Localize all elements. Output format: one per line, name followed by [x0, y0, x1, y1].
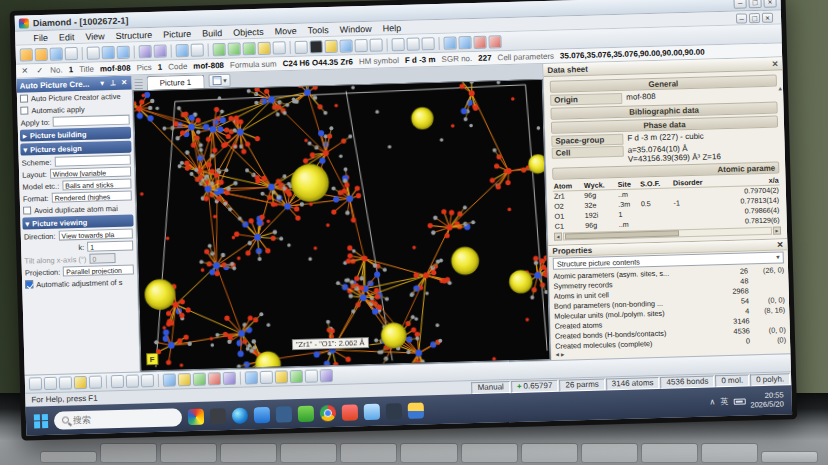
windows-start-icon[interactable] — [34, 414, 48, 428]
battery-icon[interactable] — [733, 398, 745, 404]
taskbar-folder-icon[interactable] — [210, 408, 226, 424]
destroy-icon[interactable] — [208, 372, 221, 385]
picture-settings-icon[interactable] — [243, 42, 256, 55]
panel-menu-icon[interactable]: ▾ — [97, 79, 106, 87]
complete-fragments-icon[interactable] — [193, 373, 206, 386]
menu-help[interactable]: Help — [383, 22, 402, 33]
direction-select[interactable]: View towards pla — [58, 229, 133, 241]
taskbar-diamond-icon[interactable] — [188, 408, 204, 424]
tilt-input[interactable]: 0 — [89, 253, 115, 264]
search-input[interactable] — [73, 412, 163, 425]
add-bonds-icon[interactable] — [178, 373, 191, 386]
table-view-icon[interactable] — [294, 40, 307, 53]
add-atoms-icon[interactable] — [163, 373, 176, 386]
pin-icon[interactable]: ⊥ — [108, 79, 117, 87]
measure-distance-icon[interactable] — [111, 375, 124, 388]
menu-tools[interactable]: Tools — [308, 25, 329, 36]
measure-angle-icon[interactable] — [126, 374, 139, 387]
tab-grip-handle[interactable] — [135, 79, 143, 89]
zoom-mode-icon[interactable] — [74, 376, 87, 389]
grow-icon[interactable] — [290, 370, 303, 383]
pack-cell-icon[interactable] — [260, 371, 273, 384]
folder-icon[interactable] — [324, 39, 337, 52]
scrollbar-thumb[interactable] — [565, 230, 679, 239]
cut-icon[interactable] — [87, 46, 100, 59]
doc-close-button[interactable]: × — [762, 12, 773, 22]
taskbar-chat-icon[interactable] — [386, 403, 402, 419]
undo-icon[interactable] — [139, 44, 152, 57]
picture-window-icon[interactable] — [228, 42, 241, 55]
new-picture-icon[interactable] — [213, 42, 226, 55]
taskbar-chrome-icon[interactable] — [320, 404, 336, 420]
zoom-in-icon[interactable] — [354, 38, 367, 51]
minimize-button[interactable]: – — [733, 0, 746, 9]
scroll-right-icon[interactable]: ▸ — [773, 226, 781, 234]
apply-to-input[interactable] — [53, 115, 130, 127]
model-select[interactable]: Balls and sticks — [62, 179, 132, 191]
print-icon[interactable] — [65, 47, 78, 60]
menu-picture[interactable]: Picture — [163, 28, 191, 39]
zoom-out-icon[interactable] — [369, 38, 382, 51]
properties-close-icon[interactable]: ✕ — [777, 240, 784, 249]
menu-file[interactable]: File — [33, 32, 48, 42]
panel-close-icon[interactable]: ✕ — [119, 79, 128, 87]
select-pointer-icon[interactable] — [29, 377, 42, 390]
cell-edges-icon[interactable] — [245, 371, 258, 384]
menu-build[interactable]: Build — [202, 27, 222, 38]
avoid-duplicate-checkbox[interactable] — [23, 206, 31, 214]
menu-edit[interactable]: Edit — [59, 32, 75, 42]
spacegroup-legend-icon[interactable]: F — [146, 353, 158, 365]
automatic-apply-checkbox[interactable] — [20, 106, 28, 114]
refresh-icon[interactable] — [176, 43, 189, 56]
page-right-icon[interactable]: ▸ — [561, 351, 565, 358]
preview-icon[interactable] — [458, 36, 471, 49]
section-picture-building[interactable]: ▸ Picture building — [20, 127, 131, 142]
window-1-icon[interactable] — [391, 37, 404, 50]
pen-icon[interactable] — [473, 35, 486, 48]
copy-icon[interactable] — [102, 46, 115, 59]
page-left-icon[interactable]: ◂ — [555, 351, 559, 358]
taskbar-wechat-icon[interactable] — [298, 405, 314, 421]
measure-torsion-icon[interactable] — [141, 374, 154, 387]
new-picture-button[interactable]: ▾ — [208, 74, 231, 88]
menu-structure[interactable]: Structure — [116, 29, 153, 40]
scroll-up-icon[interactable]: ▴ — [778, 84, 782, 92]
open-icon[interactable] — [35, 47, 48, 60]
tilt-icon[interactable] — [89, 375, 102, 388]
update-icon[interactable] — [191, 43, 204, 56]
tray-expand-icon[interactable]: ∧ — [709, 397, 715, 406]
pan-icon[interactable] — [44, 377, 57, 390]
redo-icon[interactable] — [154, 44, 167, 57]
taskbar-edge-icon[interactable] — [232, 407, 248, 423]
close-button[interactable]: × — [763, 0, 776, 8]
fill-range-icon[interactable] — [275, 370, 288, 383]
doc-minimize-button[interactable]: – — [736, 13, 747, 23]
structure-canvas[interactable] — [134, 80, 550, 370]
menu-objects[interactable]: Objects — [233, 26, 264, 37]
projection-select[interactable]: Parallel projection — [63, 265, 134, 277]
taskbar-music-icon[interactable] — [342, 404, 358, 420]
check-record-icon[interactable]: ✓ — [35, 66, 44, 75]
taskbar-files-icon[interactable] — [254, 406, 270, 422]
paste-icon[interactable] — [117, 45, 130, 58]
rotate-icon[interactable] — [59, 376, 72, 389]
auto-adjustment-checkbox[interactable] — [25, 280, 33, 288]
menu-window[interactable]: Window — [340, 23, 372, 34]
ime-language-icon[interactable]: 英 — [720, 396, 728, 407]
taskbar-docs-icon[interactable] — [408, 402, 424, 418]
structure-view-icon[interactable] — [309, 40, 322, 53]
k-input[interactable]: 1 — [87, 241, 133, 252]
menu-view[interactable]: View — [85, 31, 105, 42]
h-bonds-icon[interactable] — [305, 369, 318, 382]
auto-creator-active-checkbox[interactable] — [20, 94, 28, 102]
menu-move[interactable]: Move — [275, 25, 297, 36]
polyhedra-icon[interactable] — [223, 372, 236, 385]
new-icon[interactable] — [20, 48, 33, 61]
layout-icon[interactable] — [257, 41, 270, 54]
gallery-icon[interactable] — [443, 36, 456, 49]
doc-restore-button[interactable]: □ — [749, 12, 760, 22]
taskbar-mail-icon[interactable] — [276, 406, 292, 422]
pointer-tools-icon[interactable] — [488, 35, 501, 48]
window-2-icon[interactable] — [406, 37, 419, 50]
taskbar-search[interactable] — [54, 408, 182, 430]
